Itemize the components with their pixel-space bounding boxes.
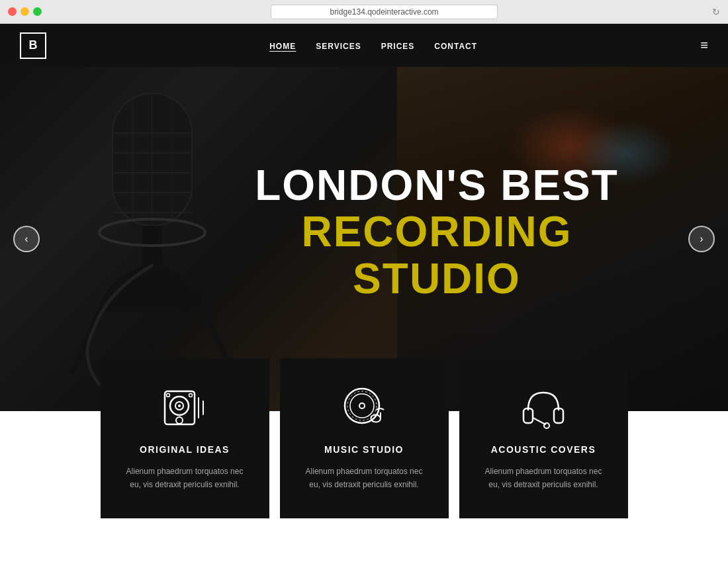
nav-item-home[interactable]: HOME (269, 40, 296, 52)
feature-card-acoustic-covers: ACOUSTIC COVERS Alienum phaedrum torquat… (459, 358, 628, 518)
vinyl-icon (341, 385, 387, 431)
nav-item-contact[interactable]: CONTACT (434, 40, 477, 52)
nav-item-prices[interactable]: PRICES (381, 40, 415, 52)
feature-text-3: Alienum phaedrum torquatos nec eu, vis d… (479, 465, 608, 492)
traffic-lights (8, 7, 42, 16)
feature-title-3: ACOUSTIC COVERS (479, 444, 608, 455)
hamburger-menu-icon[interactable]: ≡ (700, 38, 708, 53)
speaker-icon (161, 385, 208, 431)
hero-title-line2: RECORDING STUDIO (255, 209, 619, 302)
maximize-button[interactable] (33, 7, 42, 16)
svg-rect-28 (523, 408, 533, 423)
browser-chrome: bridge134.qodeinteractive.com ↻ (0, 0, 728, 24)
close-button[interactable] (8, 7, 17, 16)
nav-links: HOME SERVICES PRICES CONTACT (269, 40, 477, 52)
feature-card-original-ideas: ORIGINAL IDEAS Alienum phaedrum torquato… (101, 358, 269, 518)
feature-title-1: ORIGINAL IDEAS (120, 444, 250, 455)
nav-logo[interactable]: B (20, 32, 46, 59)
svg-line-30 (533, 418, 545, 424)
svg-point-31 (544, 423, 549, 428)
svg-point-22 (189, 394, 193, 397)
svg-point-21 (167, 394, 170, 397)
features-row: ORIGINAL IDEAS Alienum phaedrum torquato… (0, 411, 728, 518)
feature-text-2: Alienum phaedrum torquatos nec eu, vis d… (300, 465, 429, 492)
nav-link-contact[interactable]: CONTACT (434, 42, 477, 51)
nav-link-home[interactable]: HOME (269, 42, 296, 51)
svg-rect-29 (554, 408, 563, 423)
hero-content: LONDON'S BEST RECORDING STUDIO (255, 162, 619, 302)
nav-link-prices[interactable]: PRICES (381, 42, 415, 51)
navbar: B HOME SERVICES PRICES CONTACT ≡ (0, 24, 728, 67)
nav-item-services[interactable]: SERVICES (316, 40, 361, 52)
hero-title-line1: LONDON'S BEST (255, 162, 619, 209)
nav-link-services[interactable]: SERVICES (316, 42, 361, 51)
minimize-button[interactable] (21, 7, 29, 16)
svg-point-25 (359, 403, 365, 408)
hero-prev-arrow[interactable]: ‹ (13, 226, 40, 252)
hero-next-arrow[interactable]: › (688, 226, 715, 252)
svg-point-18 (176, 417, 183, 424)
below-cards-spacer (0, 518, 728, 568)
feature-title-2: MUSIC STUDIO (300, 444, 429, 455)
address-bar[interactable]: bridge134.qodeinteractive.com (271, 5, 498, 19)
feature-card-music-studio: MUSIC STUDIO Alienum phaedrum torquatos … (280, 358, 449, 518)
feature-text-1: Alienum phaedrum torquatos nec eu, vis d… (120, 465, 250, 492)
headphones-icon (520, 385, 567, 431)
svg-point-17 (178, 404, 181, 407)
content-area: ORIGINAL IDEAS Alienum phaedrum torquato… (0, 411, 728, 568)
refresh-icon[interactable]: ↻ (712, 7, 720, 17)
svg-point-24 (350, 394, 374, 418)
